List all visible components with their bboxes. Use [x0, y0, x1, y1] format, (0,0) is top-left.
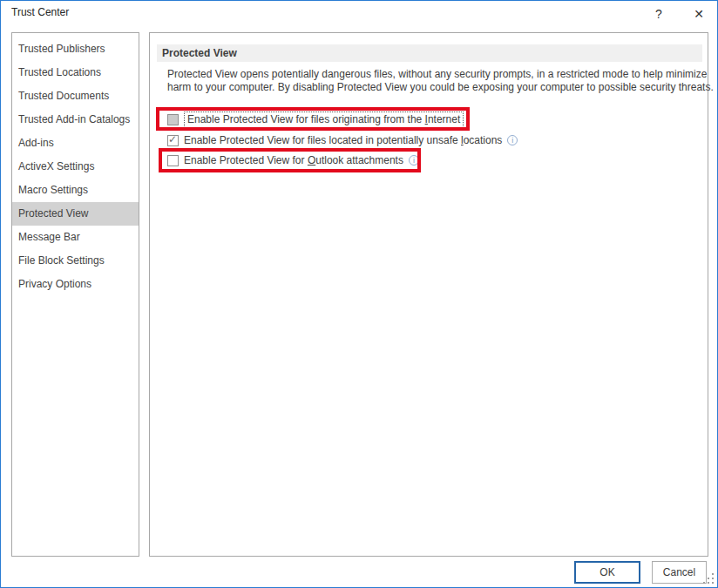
main-panel: Protected View Protected View opens pote… — [149, 32, 708, 557]
checkbox-row-outlook: Enable Protected View for Outlook attach… — [167, 152, 419, 169]
sidebar-item-trusted-documents[interactable]: Trusted Documents — [12, 84, 139, 108]
sidebar-item-message-bar[interactable]: Message Bar — [12, 226, 139, 249]
checkbox-row-unsafe-locations: ✓ Enable Protected View for files locate… — [167, 132, 518, 149]
help-icon: ? — [655, 7, 662, 21]
info-icon[interactable]: i — [507, 135, 518, 145]
resize-grip-icon[interactable] — [702, 572, 715, 585]
protected-view-description: Protected View opens potentially dangero… — [167, 68, 715, 94]
sidebar-item-add-ins[interactable]: Add-ins — [12, 132, 139, 155]
sidebar-item-trusted-publishers[interactable]: Trusted Publishers — [12, 37, 139, 61]
sidebar: Trusted Publishers Trusted Locations Tru… — [11, 32, 139, 557]
checkbox-label-internet[interactable]: Enable Protected View for files originat… — [184, 112, 464, 128]
trust-center-dialog: Trust Center ? ✕ Trusted Publishers Trus… — [0, 0, 718, 588]
checkbox-label-outlook[interactable]: Enable Protected View for Outlook attach… — [184, 154, 403, 166]
cancel-button[interactable]: Cancel — [652, 561, 707, 584]
sidebar-item-trusted-locations[interactable]: Trusted Locations — [12, 61, 139, 84]
section-header: Protected View — [157, 44, 702, 62]
checkbox-unsafe-locations[interactable]: ✓ — [167, 135, 179, 146]
label-text: Enable Protected View for — [184, 154, 308, 166]
accelerator-char: O — [308, 154, 315, 166]
checkbox-row-internet: Enable Protected View for files originat… — [167, 111, 464, 128]
help-button[interactable]: ? — [647, 3, 670, 24]
ok-button[interactable]: OK — [574, 561, 640, 584]
sidebar-item-file-block-settings[interactable]: File Block Settings — [12, 249, 139, 273]
sidebar-item-macro-settings[interactable]: Macro Settings — [12, 179, 139, 202]
dialog-title: Trust Center — [11, 6, 69, 18]
checkbox-internet[interactable] — [167, 114, 179, 125]
label-text: Enable Protected View for files located … — [184, 134, 461, 146]
info-icon[interactable]: i — [409, 155, 419, 166]
grip-dots — [712, 582, 714, 584]
close-button[interactable]: ✕ — [688, 3, 710, 24]
checkbox-outlook[interactable] — [167, 155, 179, 166]
label-text: Enable Protected View for files originat… — [187, 113, 425, 125]
checkmark-icon: ✓ — [168, 134, 177, 145]
sidebar-item-privacy-options[interactable]: Privacy Options — [12, 273, 139, 296]
checkbox-label-unsafe-locations[interactable]: Enable Protected View for files located … — [184, 134, 502, 146]
sidebar-item-activex-settings[interactable]: ActiveX Settings — [12, 155, 139, 179]
label-text: ocations — [464, 134, 503, 146]
label-text: nternet — [428, 113, 460, 125]
close-icon: ✕ — [694, 7, 704, 21]
sidebar-item-protected-view[interactable]: Protected View — [12, 202, 139, 226]
sidebar-item-trusted-addin-catalogs[interactable]: Trusted Add-in Catalogs — [12, 108, 139, 132]
label-text: utlook attachments — [315, 154, 403, 166]
